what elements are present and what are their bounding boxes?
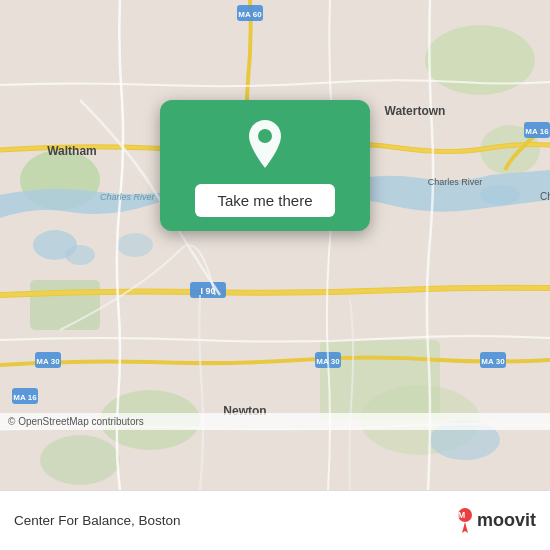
svg-text:MA 16: MA 16 [13, 393, 37, 402]
svg-point-1 [425, 25, 535, 95]
take-me-there-button[interactable]: Take me there [195, 184, 334, 217]
location-popup: Take me there [160, 100, 370, 231]
svg-point-36 [258, 129, 272, 143]
svg-text:Waltham: Waltham [47, 144, 97, 158]
svg-text:Watertown: Watertown [385, 104, 446, 118]
svg-text:Cha: Cha [540, 191, 550, 202]
svg-point-11 [480, 185, 520, 205]
svg-point-8 [40, 435, 120, 485]
copyright-text: © OpenStreetMap contributors [8, 416, 144, 427]
svg-text:MA 30: MA 30 [36, 357, 60, 366]
svg-text:MA 30: MA 30 [481, 357, 505, 366]
location-pin-icon [243, 118, 287, 170]
popup-icon-wrapper [239, 118, 291, 170]
svg-text:Charles River: Charles River [100, 192, 156, 202]
svg-rect-6 [30, 280, 100, 330]
location-label: Center For Balance, Boston [14, 513, 437, 528]
moovit-logo-icon: M [437, 503, 473, 539]
svg-point-10 [65, 245, 95, 265]
svg-point-13 [117, 233, 153, 257]
svg-text:MA 60: MA 60 [238, 10, 262, 19]
svg-text:MA 16: MA 16 [525, 127, 549, 136]
copyright-notice: © OpenStreetMap contributors [0, 413, 550, 430]
map-view: I 90 US 20 MA 60 MA 16 MA 30 MA 30 MA 30… [0, 0, 550, 490]
svg-text:Charles River: Charles River [428, 177, 483, 187]
bottom-info-bar: Center For Balance, Boston M moovit [0, 490, 550, 550]
svg-text:M: M [458, 510, 466, 520]
moovit-brand-name: moovit [477, 510, 536, 531]
moovit-logo: M moovit [437, 503, 536, 539]
